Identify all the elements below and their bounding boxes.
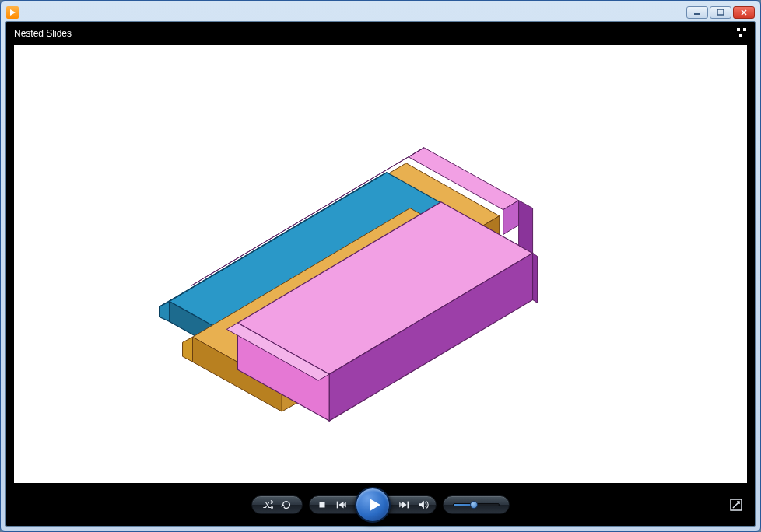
svg-rect-3 [737, 28, 740, 31]
next-icon [399, 499, 410, 510]
svg-rect-6 [737, 33, 738, 33]
svg-marker-0 [10, 9, 16, 16]
previous-button[interactable] [331, 495, 350, 514]
volume-pill [443, 495, 510, 514]
svg-rect-5 [739, 34, 742, 37]
volume-icon [418, 499, 429, 510]
maximize-button[interactable] [710, 6, 731, 19]
video-header: Nested Slides [6, 22, 755, 45]
svg-marker-25 [533, 254, 538, 303]
app-icon [6, 6, 19, 19]
repeat-button[interactable] [277, 495, 296, 514]
player-body: Nested Slides [5, 21, 756, 527]
app-window: Nested Slides [0, 0, 761, 532]
svg-rect-35 [408, 501, 409, 508]
previous-icon [335, 499, 346, 510]
volume-thumb[interactable] [470, 501, 478, 509]
player-controls [6, 483, 755, 526]
svg-rect-1 [694, 13, 700, 15]
fullscreen-button[interactable] [728, 497, 744, 513]
svg-rect-2 [717, 9, 724, 15]
play-button[interactable] [355, 487, 391, 523]
window-controls [686, 6, 755, 19]
shuffle-button[interactable] [258, 495, 277, 514]
close-button[interactable] [733, 6, 755, 19]
shuffle-icon [262, 499, 273, 510]
mute-button[interactable] [414, 495, 433, 514]
controls-cluster [251, 495, 510, 514]
video-canvas [14, 45, 747, 483]
next-button[interactable] [395, 495, 414, 514]
svg-marker-32 [370, 499, 380, 511]
svg-marker-26 [519, 201, 533, 254]
video-title: Nested Slides [14, 28, 72, 39]
svg-marker-36 [419, 500, 424, 509]
mode-pill [251, 495, 303, 514]
stop-button[interactable] [313, 495, 331, 514]
transport-pill [309, 495, 437, 514]
svg-marker-34 [402, 501, 407, 508]
svg-rect-4 [743, 28, 746, 31]
svg-rect-29 [337, 501, 338, 508]
play-icon [367, 498, 381, 512]
restore-view-icon[interactable] [736, 27, 747, 40]
volume-slider[interactable] [453, 503, 500, 506]
svg-rect-7 [745, 33, 746, 33]
fullscreen-icon [730, 499, 742, 511]
titlebar-left [6, 6, 22, 19]
repeat-icon [281, 499, 292, 510]
stop-icon [317, 499, 328, 510]
svg-rect-28 [320, 502, 325, 507]
titlebar [5, 5, 756, 19]
minimize-button[interactable] [686, 6, 708, 19]
model-3d-illustration [14, 45, 747, 483]
svg-marker-20 [183, 337, 193, 362]
